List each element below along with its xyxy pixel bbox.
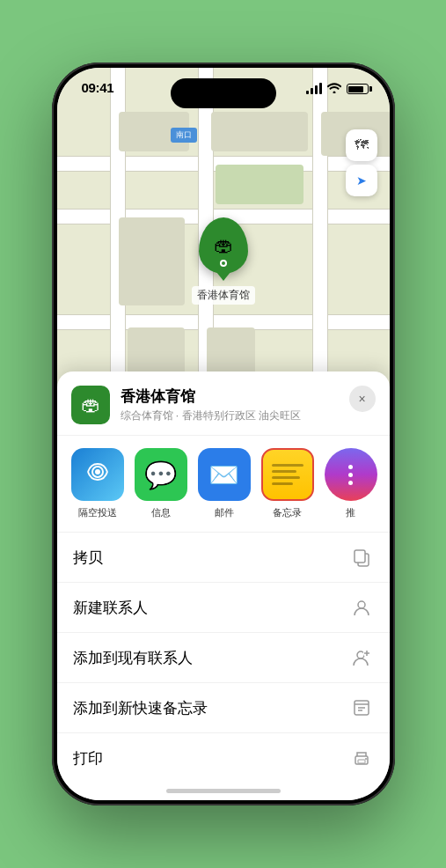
share-item-notes[interactable]: 备忘录 — [261, 448, 314, 519]
signal-icon — [306, 84, 322, 94]
new-contact-icon — [349, 595, 374, 620]
stadium-marker[interactable]: 🏟 香港体育馆 — [192, 217, 255, 305]
phone-screen: 09:41 — [57, 68, 390, 800]
action-label-print: 打印 — [73, 748, 349, 769]
svg-rect-3 — [355, 550, 365, 563]
wifi-icon — [327, 82, 341, 96]
map-type-icon: 🗺 — [355, 137, 369, 153]
venue-name: 香港体育馆 — [121, 386, 376, 407]
share-item-messages[interactable]: 💬 信息 — [135, 448, 187, 519]
map-label: 南口 — [171, 128, 197, 143]
svg-point-12 — [365, 758, 367, 760]
print-icon — [349, 746, 374, 770]
airdrop-icon-box — [71, 448, 124, 501]
stadium-label: 香港体育馆 — [192, 286, 255, 305]
venue-subtitle: 综合体育馆 · 香港特别行政区 油尖旺区 — [121, 408, 376, 423]
mail-icon: ✉️ — [208, 460, 239, 489]
share-row: 隔空投送 💬 信息 ✉️ 邮件 — [57, 436, 390, 533]
copy-icon — [349, 545, 374, 570]
map-controls: 🗺 ➤ — [346, 129, 377, 200]
map-type-button[interactable]: 🗺 — [346, 129, 377, 161]
venue-info: 香港体育馆 综合体育馆 · 香港特别行政区 油尖旺区 — [121, 386, 376, 423]
more-circle — [325, 448, 377, 501]
mail-label: 邮件 — [215, 506, 234, 519]
airdrop-icon — [83, 457, 113, 493]
stadium-pin: 🏟 — [199, 217, 248, 274]
action-row-add-contact[interactable]: 添加到现有联系人 — [57, 633, 390, 683]
action-label-new-contact: 新建联系人 — [73, 598, 349, 618]
action-label-add-contact: 添加到现有联系人 — [73, 648, 349, 668]
quick-note-icon — [349, 695, 374, 720]
add-contact-icon — [349, 645, 374, 670]
mail-icon-box: ✉️ — [198, 448, 251, 501]
share-item-more[interactable]: 推 — [325, 448, 377, 519]
action-label-copy: 拷贝 — [73, 548, 349, 568]
stadium-pin-icon: 🏟 — [214, 234, 233, 257]
venue-header: 🏟 香港体育馆 综合体育馆 · 香港特别行政区 油尖旺区 × — [57, 371, 390, 436]
notes-label: 备忘录 — [273, 506, 302, 519]
more-icon-box — [325, 448, 377, 501]
home-indicator — [166, 789, 281, 793]
status-time: 09:41 — [82, 80, 114, 95]
location-icon: ➤ — [356, 173, 367, 188]
bottom-sheet: 🏟 香港体育馆 综合体育馆 · 香港特别行政区 油尖旺区 × — [57, 371, 390, 800]
svg-rect-11 — [358, 760, 365, 763]
phone-frame: 09:41 — [52, 63, 395, 805]
dynamic-island — [171, 78, 276, 108]
share-item-mail[interactable]: ✉️ 邮件 — [198, 448, 251, 519]
venue-icon: 🏟 — [71, 386, 110, 424]
more-label: 推 — [346, 506, 355, 519]
messages-label: 信息 — [151, 506, 171, 519]
close-button[interactable]: × — [349, 386, 376, 412]
battery-icon — [347, 84, 369, 94]
messages-icon-box: 💬 — [135, 448, 187, 501]
messages-icon: 💬 — [144, 460, 177, 490]
location-button[interactable]: ➤ — [346, 165, 377, 196]
venue-icon-symbol: 🏟 — [81, 394, 100, 416]
svg-point-1 — [95, 469, 100, 474]
airdrop-label: 隔空投送 — [78, 506, 117, 519]
status-icons — [306, 82, 369, 96]
svg-point-5 — [357, 651, 364, 658]
share-item-airdrop[interactable]: 隔空投送 — [71, 448, 124, 519]
action-row-quick-note[interactable]: 添加到新快速备忘录 — [57, 683, 390, 733]
action-row-new-contact[interactable]: 新建联系人 — [57, 583, 390, 633]
svg-point-4 — [358, 601, 365, 608]
notes-lines-decoration — [265, 455, 311, 494]
action-row-copy[interactable]: 拷贝 — [57, 533, 390, 583]
action-label-quick-note: 添加到新快速备忘录 — [73, 698, 349, 718]
close-icon: × — [358, 392, 365, 406]
action-row-print[interactable]: 打印 — [57, 733, 390, 783]
notes-icon-box — [261, 448, 314, 501]
